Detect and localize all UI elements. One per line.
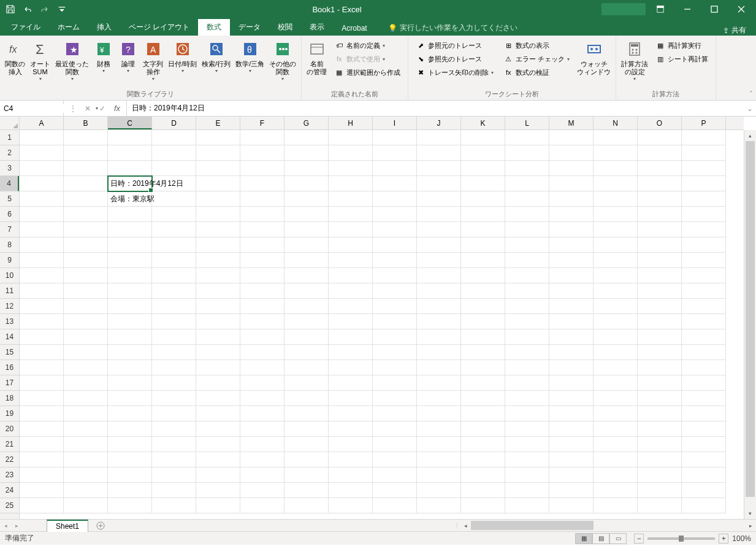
cell-J8[interactable] xyxy=(417,237,461,253)
cell-A1[interactable] xyxy=(20,130,64,145)
cell-M14[interactable] xyxy=(549,329,594,345)
cell-I22[interactable] xyxy=(373,452,417,467)
cell-N21[interactable] xyxy=(594,437,638,452)
cell-A3[interactable] xyxy=(20,161,64,176)
cell-B6[interactable] xyxy=(64,207,108,222)
cell-G15[interactable] xyxy=(284,345,329,360)
row-header-21[interactable]: 21 xyxy=(0,437,19,452)
cell-C9[interactable] xyxy=(108,253,152,268)
cell-L1[interactable] xyxy=(505,130,549,145)
cell-K14[interactable] xyxy=(461,329,505,345)
cell-I15[interactable] xyxy=(373,345,417,360)
cell-O19[interactable] xyxy=(638,406,682,421)
row-header-7[interactable]: 7 xyxy=(0,222,19,237)
cell-L4[interactable] xyxy=(505,176,549,191)
cell-J10[interactable] xyxy=(417,268,461,283)
cell-M4[interactable] xyxy=(549,176,594,191)
cell-K2[interactable] xyxy=(461,145,505,161)
row-header-9[interactable]: 9 xyxy=(0,253,19,268)
cell-F11[interactable] xyxy=(240,283,284,299)
cell-G18[interactable] xyxy=(284,391,329,406)
cell-K4[interactable] xyxy=(461,176,505,191)
cell-I4[interactable] xyxy=(373,176,417,191)
row-header-18[interactable]: 18 xyxy=(0,391,19,406)
col-header-F[interactable]: F xyxy=(240,117,284,129)
cell-M12[interactable] xyxy=(549,299,594,314)
cell-A7[interactable] xyxy=(20,222,64,237)
cell-C25[interactable] xyxy=(108,498,152,513)
cell-J2[interactable] xyxy=(417,145,461,161)
cell-C5[interactable]: 会場：東京駅 xyxy=(108,191,152,207)
cell-H5[interactable] xyxy=(329,191,373,207)
cell-D19[interactable] xyxy=(152,406,196,421)
cell-J11[interactable] xyxy=(417,283,461,299)
cell-D12[interactable] xyxy=(152,299,196,314)
cell-A11[interactable] xyxy=(20,283,64,299)
cell-M19[interactable] xyxy=(549,406,594,421)
cell-L9[interactable] xyxy=(505,253,549,268)
cell-M7[interactable] xyxy=(549,222,594,237)
cell-P22[interactable] xyxy=(682,452,726,467)
cell-M5[interactable] xyxy=(549,191,594,207)
col-header-N[interactable]: N xyxy=(594,117,638,129)
cell-I6[interactable] xyxy=(373,207,417,222)
cell-H15[interactable] xyxy=(329,345,373,360)
cell-E3[interactable] xyxy=(196,161,240,176)
cell-L18[interactable] xyxy=(505,391,549,406)
cell-A14[interactable] xyxy=(20,329,64,345)
cell-J7[interactable] xyxy=(417,222,461,237)
cell-E1[interactable] xyxy=(196,130,240,145)
cell-A8[interactable] xyxy=(20,237,64,253)
cell-C23[interactable] xyxy=(108,467,152,483)
cell-A15[interactable] xyxy=(20,345,64,360)
cell-B5[interactable] xyxy=(64,191,108,207)
cell-A9[interactable] xyxy=(20,253,64,268)
cell-D5[interactable] xyxy=(152,191,196,207)
col-header-O[interactable]: O xyxy=(638,117,682,129)
cell-B1[interactable] xyxy=(64,130,108,145)
cell-K20[interactable] xyxy=(461,421,505,437)
cell-H21[interactable] xyxy=(329,437,373,452)
cell-I17[interactable] xyxy=(373,375,417,391)
cell-C17[interactable] xyxy=(108,375,152,391)
cell-A16[interactable] xyxy=(20,360,64,375)
row-header-5[interactable]: 5 xyxy=(0,191,19,207)
vertical-scrollbar[interactable]: ▴ ▾ xyxy=(744,130,756,519)
cell-G17[interactable] xyxy=(284,375,329,391)
view-page-break[interactable]: ▭ xyxy=(609,533,627,544)
cell-B16[interactable] xyxy=(64,360,108,375)
cell-J9[interactable] xyxy=(417,253,461,268)
cell-D14[interactable] xyxy=(152,329,196,345)
cell-N10[interactable] xyxy=(594,268,638,283)
cell-A13[interactable] xyxy=(20,314,64,329)
cell-B22[interactable] xyxy=(64,452,108,467)
col-header-L[interactable]: L xyxy=(505,117,549,129)
cell-P20[interactable] xyxy=(682,421,726,437)
cell-N23[interactable] xyxy=(594,467,638,483)
cell-J16[interactable] xyxy=(417,360,461,375)
expand-formula-bar[interactable]: ⌄ xyxy=(744,101,756,116)
col-header-K[interactable]: K xyxy=(461,117,505,129)
insert-function-button[interactable]: fx関数の 挿入 xyxy=(2,38,28,77)
cell-O9[interactable] xyxy=(638,253,682,268)
col-header-H[interactable]: H xyxy=(329,117,373,129)
cell-N19[interactable] xyxy=(594,406,638,421)
cell-O14[interactable] xyxy=(638,329,682,345)
cell-O21[interactable] xyxy=(638,437,682,452)
cell-B21[interactable] xyxy=(64,437,108,452)
cell-A10[interactable] xyxy=(20,268,64,283)
share-button[interactable]: ⇪ 共有 xyxy=(723,25,746,36)
cell-O3[interactable] xyxy=(638,161,682,176)
cell-P18[interactable] xyxy=(682,391,726,406)
datetime-button[interactable]: 日付/時刻▾ xyxy=(166,38,199,75)
tab-review[interactable]: 校閲 xyxy=(269,19,301,36)
row-header-24[interactable]: 24 xyxy=(0,483,19,498)
cell-C18[interactable] xyxy=(108,391,152,406)
cell-M9[interactable] xyxy=(549,253,594,268)
row-header-14[interactable]: 14 xyxy=(0,329,19,345)
cell-L7[interactable] xyxy=(505,222,549,237)
cell-P8[interactable] xyxy=(682,237,726,253)
cell-D7[interactable] xyxy=(152,222,196,237)
cell-J20[interactable] xyxy=(417,421,461,437)
cell-K15[interactable] xyxy=(461,345,505,360)
